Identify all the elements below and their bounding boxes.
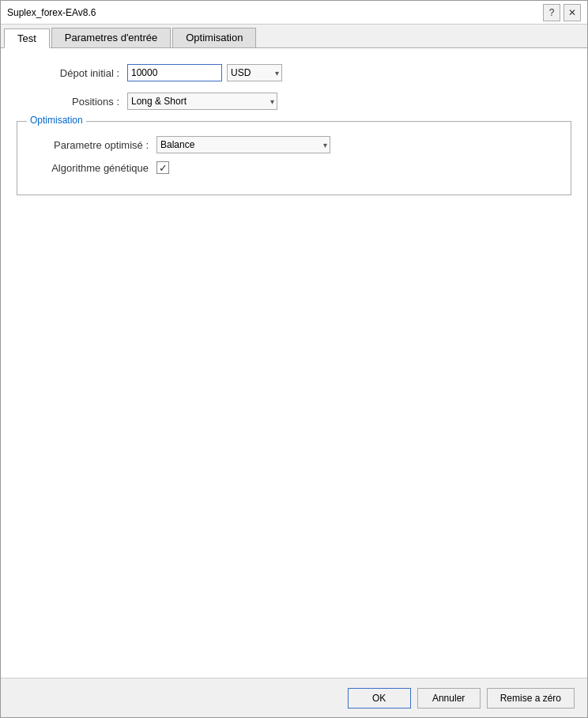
tab-bar: Test Parametres d'entrée Optimisation [1,25,587,48]
ok-button[interactable]: OK [348,688,411,709]
algorithme-checkbox-wrapper: ✓ [156,161,169,174]
depot-row: Dépot initial : USD EUR GBP [17,64,571,81]
parametre-label: Parametre optimisé : [30,139,156,151]
parametre-select-wrapper: Balance Profit Factor Expected Payoff Dr… [156,136,330,153]
positions-row: Positions : Long & Short Long only Short… [17,93,571,110]
positions-select-wrapper: Long & Short Long only Short only [127,93,277,110]
main-window: Suplex_forex-EAv8.6 ? ✕ Test Parametres … [0,0,588,718]
close-button[interactable]: ✕ [564,4,581,21]
depot-label: Dépot initial : [17,67,127,79]
positions-select[interactable]: Long & Short Long only Short only [127,93,277,110]
parametre-row: Parametre optimisé : Balance Profit Fact… [30,136,558,153]
window-title: Suplex_forex-EAv8.6 [7,7,96,18]
algorithme-checkbox[interactable]: ✓ [156,161,169,174]
positions-input-group: Long & Short Long only Short only [127,93,277,110]
reset-button[interactable]: Remise a zéro [487,688,575,709]
tab-test[interactable]: Test [4,28,50,48]
positions-label: Positions : [17,96,127,108]
depot-input[interactable] [127,64,222,81]
parametre-select[interactable]: Balance Profit Factor Expected Payoff Dr… [156,136,330,153]
currency-select-wrapper: USD EUR GBP [227,64,282,81]
group-content: Parametre optimisé : Balance Profit Fact… [30,136,558,174]
optimisation-group-title: Optimisation [27,115,86,126]
title-bar-right: ? ✕ [543,4,581,21]
help-button[interactable]: ? [543,4,560,21]
tab-optimisation[interactable]: Optimisation [172,28,256,47]
currency-select[interactable]: USD EUR GBP [227,64,282,81]
title-bar-left: Suplex_forex-EAv8.6 [7,7,96,18]
optimisation-group: Optimisation Parametre optimisé : Balanc… [17,121,571,195]
algorithme-label: Algorithme génétique [30,162,156,174]
cancel-button[interactable]: Annuler [417,688,481,709]
content-area: Dépot initial : USD EUR GBP Positions : [1,48,587,678]
depot-input-group: USD EUR GBP [127,64,282,81]
footer: OK Annuler Remise a zéro [1,678,587,717]
tab-parametres[interactable]: Parametres d'entrée [51,28,171,47]
algorithme-row: Algorithme génétique ✓ [30,161,558,174]
title-bar: Suplex_forex-EAv8.6 ? ✕ [1,1,587,25]
